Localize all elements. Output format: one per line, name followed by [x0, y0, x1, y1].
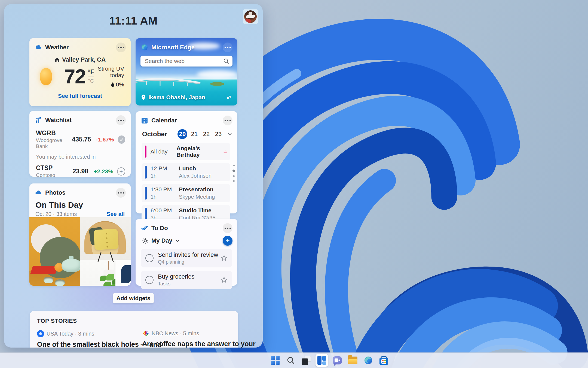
taskbar-start-button[interactable]	[269, 354, 281, 367]
watchlist-suggestion-label: You may be interested in	[29, 154, 131, 160]
photos-see-all-link[interactable]: See all	[106, 211, 125, 217]
calendar-event[interactable]: All day Angela's Birthday	[142, 143, 230, 160]
bridge-photo-decor	[136, 76, 237, 92]
stock-symbol: WGRB	[36, 129, 72, 137]
calendar-scroll-indicator[interactable]	[232, 165, 235, 182]
task-view-icon	[302, 356, 311, 365]
weather-widget: Weather Valley Park, CA 72 °F °C Strong …	[29, 38, 131, 106]
calendar-date-21[interactable]: 21	[189, 129, 199, 139]
calendar-date-23[interactable]: 23	[213, 129, 223, 139]
calendar-month: October	[142, 130, 177, 138]
temp-value: 72	[64, 67, 85, 87]
article-headline[interactable]: One of the smallest black holes — and	[37, 340, 133, 348]
todo-list-selector[interactable]: My Day	[151, 237, 172, 244]
search-icon	[286, 356, 295, 365]
article-source-meta: USA Today · 3 mins	[47, 331, 94, 337]
see-full-forecast-link[interactable]: See full forecast	[29, 93, 131, 99]
unit-celsius[interactable]: °C	[88, 78, 94, 84]
calendar-event[interactable]: 12 PM 1h Lunch Alex Johnson	[142, 163, 230, 181]
search-icon[interactable]	[223, 58, 229, 64]
photos-title: Photos	[45, 189, 113, 196]
edge-search-bar[interactable]	[140, 56, 232, 67]
article-source-meta: NBC News · 5 mins	[152, 330, 199, 337]
event-subtitle: Skype Meeting	[179, 194, 215, 200]
taskbar-file-explorer-button[interactable]	[347, 354, 359, 367]
widgets-icon	[317, 356, 326, 365]
add-task-button[interactable]: +	[223, 236, 232, 246]
weather-temperature: 72 °F °C	[64, 67, 94, 87]
weather-title: Weather	[45, 44, 113, 51]
watchlist-menu-button[interactable]	[116, 115, 126, 125]
stock-symbol: CTSP	[36, 164, 55, 172]
event-duration: 1h	[151, 194, 179, 200]
edge-search-input[interactable]	[145, 58, 223, 64]
chevron-down-icon[interactable]	[227, 131, 232, 137]
weather-menu-button[interactable]	[116, 43, 126, 52]
star-outline-icon[interactable]	[220, 255, 228, 262]
add-widgets-button[interactable]: Add widgets	[113, 293, 154, 303]
stock-row[interactable]: WGRB Woodgrove Bank 435.75 -1.67%	[29, 129, 131, 149]
event-color-bar	[145, 166, 147, 179]
article-headline[interactable]: Are coffee naps the answer to your	[142, 340, 238, 348]
birthday-cake-icon	[223, 149, 228, 154]
news-article[interactable]: USA Today · 3 mins One of the smallest b…	[37, 330, 133, 348]
calendar-date-22[interactable]: 22	[201, 129, 211, 139]
cloud-icon	[35, 189, 42, 196]
sun-icon	[40, 68, 52, 85]
calendar-date-20[interactable]: 20	[177, 129, 187, 139]
taskbar-store-button[interactable]	[378, 354, 390, 367]
stock-price: 435.75	[72, 136, 91, 143]
stock-row[interactable]: CTSP Contoso 23.98 +2.23% +	[29, 164, 131, 178]
pin-icon	[141, 94, 146, 100]
star-outline-icon[interactable]	[220, 276, 228, 283]
task-checkbox[interactable]	[145, 254, 154, 262]
taskbar-task-view-button[interactable]	[300, 354, 313, 367]
nbc-peacock-logo-icon	[142, 330, 149, 337]
photos-menu-button[interactable]	[116, 188, 126, 198]
calendar-event[interactable]: 1:30 PM 1h Presentation Skype Meeting	[142, 184, 230, 202]
sun-outline-icon	[142, 237, 149, 244]
event-title: Lunch	[179, 165, 212, 172]
photo-thumbnail-teapot[interactable]	[29, 217, 80, 286]
task-checkbox[interactable]	[145, 276, 154, 284]
taskbar	[0, 352, 588, 368]
photo-thumbnail-chair[interactable]	[80, 217, 131, 286]
unit-fahrenheit[interactable]: °F	[88, 68, 94, 77]
task-list-name: Tasks	[158, 281, 195, 287]
edge-icon	[364, 356, 373, 365]
taskbar-edge-button[interactable]	[362, 354, 375, 367]
todo-menu-button[interactable]	[223, 223, 232, 233]
expand-diagonal-icon[interactable]	[226, 94, 232, 100]
task-list-name: Q4 planning	[158, 259, 218, 265]
event-title: Angela's Birthday	[176, 145, 221, 158]
panel-clock: 11:11 AM	[4, 14, 263, 27]
chevron-down-icon[interactable]	[175, 238, 180, 243]
top-stories-heading: TOP STORIES	[30, 311, 238, 324]
user-avatar	[244, 10, 257, 23]
photos-meta: Oct 20 · 33 items	[35, 211, 77, 217]
calendar-menu-button[interactable]	[223, 116, 232, 125]
event-subtitle: Alex Johnson	[179, 173, 212, 179]
todo-title: To Do	[151, 225, 219, 232]
task-title: Buy groceries	[158, 273, 195, 280]
watchlist-add-button[interactable]: +	[117, 167, 125, 176]
calendar-title: Calendar	[151, 117, 219, 124]
weather-condition: Strong UV today	[94, 65, 124, 79]
user-profile-button[interactable]	[243, 9, 258, 24]
stock-name: Contoso	[36, 172, 55, 178]
edge-menu-button[interactable]	[223, 43, 232, 52]
news-article[interactable]: NBC News · 5 mins Are coffee naps the an…	[142, 330, 238, 348]
edge-photo-location: Ikema Ohashi, Japan	[148, 94, 205, 101]
taskbar-chat-button[interactable]	[331, 354, 344, 367]
event-time: 1:30 PM	[151, 186, 179, 193]
taskbar-search-button[interactable]	[284, 354, 297, 367]
task-row[interactable]: Buy groceries Tasks	[141, 271, 232, 289]
file-explorer-icon	[348, 357, 357, 364]
taskbar-widgets-button[interactable]	[316, 354, 328, 367]
task-row[interactable]: Send invites for review Q4 planning	[141, 249, 232, 267]
watchlist-added-check-icon[interactable]	[118, 135, 125, 144]
stock-change: -1.67%	[91, 136, 114, 143]
watchlist-title: Watchlist	[45, 117, 113, 124]
event-title: Studio Time	[179, 207, 216, 214]
chat-icon	[333, 356, 342, 364]
